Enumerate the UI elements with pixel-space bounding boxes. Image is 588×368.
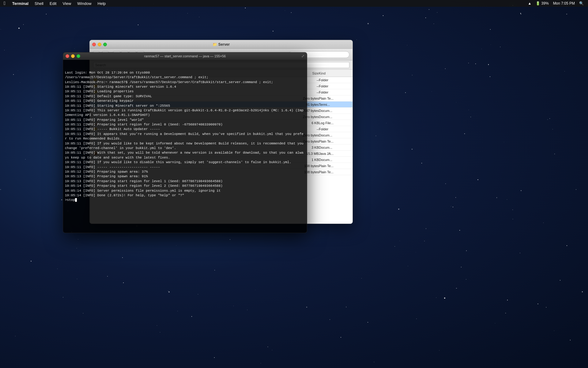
apple-menu[interactable]:  bbox=[0, 0, 9, 7]
file-kind: Docum... bbox=[319, 109, 349, 113]
menu-view[interactable]: View bbox=[59, 0, 74, 7]
terminal-line: 19:05:14 [INFO] Preparing start region f… bbox=[65, 184, 305, 188]
terminal-line: 19:05:11 [INFO] Generating keypair bbox=[65, 99, 305, 103]
finder-close-button[interactable] bbox=[92, 43, 96, 46]
terminal-expand-button[interactable]: ⤢ bbox=[301, 54, 304, 58]
terminal-line: 19:05:11 [INFO] Starting Minecraft serve… bbox=[65, 104, 305, 108]
finder-minimize-button[interactable] bbox=[98, 43, 101, 46]
menubar-right: ▲ 🔋 39% Mon 7:05 PM 🔍 bbox=[526, 1, 588, 6]
file-kind: Plain Te... bbox=[319, 170, 349, 174]
terminal-output[interactable]: Last login: Mon Oct 28 17:20:04 on ttys0… bbox=[63, 60, 307, 233]
clock: Mon 7:05 PM bbox=[551, 1, 577, 6]
terminal-traffic-lights bbox=[66, 54, 80, 58]
menu-edit[interactable]: Edit bbox=[47, 0, 59, 7]
terminal-line: 19:05:14 [INFO] Server permissions file … bbox=[65, 189, 305, 193]
file-kind: Log File... bbox=[319, 121, 349, 125]
terminal-line: 19:05:11 [INFO] ----- ------------------… bbox=[65, 165, 305, 170]
terminal-line: 19:05:11 [INFO] With that set, you will … bbox=[65, 151, 305, 160]
terminal-line: 19:05:11 [INFO] If you would like to dis… bbox=[65, 160, 305, 165]
terminal-line: 19:05:13 [INFO] Preparing spawn area: 91… bbox=[65, 174, 305, 179]
finder-title: 📁 Server bbox=[213, 42, 230, 47]
terminal-line: 19:05:11 [INFO] This server is running C… bbox=[65, 108, 305, 118]
terminal-close-button[interactable] bbox=[66, 54, 69, 58]
terminal-line: 19:05:11 [INFO] Starting minecraft serve… bbox=[65, 85, 305, 89]
file-kind: Folder bbox=[319, 127, 349, 131]
search-menubar-icon[interactable]: 🔍 bbox=[577, 1, 586, 6]
file-kind: Docum... bbox=[319, 115, 349, 119]
terminal-line: 19:05:11 [INFO] Preparing start region f… bbox=[65, 122, 305, 127]
menubar-left:  Terminal Shell Edit View Window Help bbox=[0, 0, 109, 7]
col-header-kind: Kind bbox=[319, 71, 349, 75]
terminal-minimize-button[interactable] bbox=[71, 54, 75, 58]
terminal-window: ranmac57 — start_server.command — java —… bbox=[63, 52, 307, 233]
terminal-titlebar: ranmac57 — start_server.command — java —… bbox=[63, 52, 307, 60]
terminal-line: 19:05:11 [INFO] Loading properties bbox=[65, 89, 305, 94]
menubar:  Terminal Shell Edit View Window Help ▲… bbox=[0, 0, 588, 7]
finder-titlebar: 📁 Server bbox=[90, 40, 352, 49]
file-kind: Plain Te... bbox=[319, 140, 349, 143]
file-kind: Folder bbox=[319, 90, 349, 94]
menu-shell[interactable]: Shell bbox=[32, 0, 47, 7]
battery-status: 🔋 39% bbox=[534, 1, 550, 6]
terminal-line: >stop bbox=[65, 198, 305, 202]
file-kind: Docum... bbox=[319, 158, 349, 162]
menu-window[interactable]: Window bbox=[74, 0, 94, 7]
menu-help[interactable]: Help bbox=[95, 0, 109, 7]
terminal-line: Last login: Mon Oct 28 17:20:04 on ttys0… bbox=[65, 71, 305, 75]
terminal-line: 19:05:11 [INFO] Default game type: SURVI… bbox=[65, 94, 305, 99]
terminal-line: 19:05:11 [INFO] Preparing level "world" bbox=[65, 118, 305, 122]
terminal-line: /Users/ranmac57/Desktop/Server/CraftBukk… bbox=[65, 75, 305, 80]
terminal-line: 19:05:14 [INFO] Done (2.872s)! For help,… bbox=[65, 193, 305, 198]
terminal-line: 19:05:13 [INFO] Preparing start region f… bbox=[65, 179, 305, 184]
finder-folder-icon: 📁 bbox=[213, 42, 217, 47]
file-kind: Docum... bbox=[319, 133, 349, 137]
file-kind: Java JA... bbox=[319, 152, 349, 155]
file-kind: Folder bbox=[319, 84, 349, 88]
file-kind: Plain Te... bbox=[319, 97, 349, 100]
wifi-icon: ▲ bbox=[526, 1, 533, 6]
file-kind: Folder bbox=[319, 78, 349, 82]
file-kind: Plain Te... bbox=[319, 164, 349, 168]
terminal-title: ranmac57 — start_server.command — java —… bbox=[144, 54, 226, 58]
file-kind: Docum... bbox=[319, 146, 349, 149]
finder-maximize-button[interactable] bbox=[103, 43, 107, 46]
terminal-cursor bbox=[75, 198, 77, 202]
terminal-line: Leslies-MacBook-Pro:~ ranmac57$ /Users/r… bbox=[65, 80, 305, 85]
finder-traffic-lights bbox=[92, 43, 107, 46]
terminal-maximize-button[interactable] bbox=[77, 54, 80, 58]
terminal-line: 19:05:11 [INFO] If you would like to be … bbox=[65, 141, 305, 151]
terminal-line: 19:05:11 [INFO] ----- Bukkit Auto Update… bbox=[65, 127, 305, 132]
terminal-line: 19:05:12 [INFO] Preparing spawn area: 37… bbox=[65, 170, 305, 174]
file-kind: Termi... bbox=[319, 103, 349, 106]
app-name[interactable]: Terminal bbox=[9, 0, 32, 7]
terminal-line: 19:05:11 [INFO] It appears that you're r… bbox=[65, 132, 305, 141]
